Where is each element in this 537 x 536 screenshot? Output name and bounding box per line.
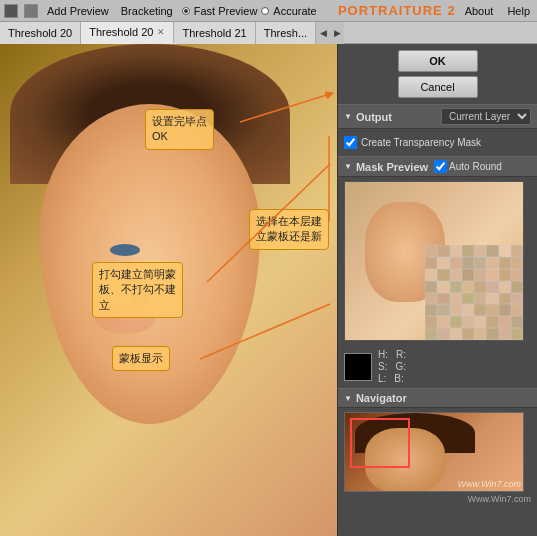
add-preview-button[interactable]: Add Preview (44, 5, 112, 17)
mosaic-cell (462, 281, 474, 293)
watermark-text: Www.Win7.com (344, 494, 531, 504)
panel-buttons: OK Cancel (338, 44, 537, 104)
color-swatch (344, 353, 372, 381)
mosaic-cell (450, 281, 462, 293)
fast-preview-radio[interactable] (182, 7, 190, 15)
tab-thresh-truncated[interactable]: Thresh... (256, 22, 316, 44)
annotation-check-text: 打勾建立简明蒙 板、不打勾不建 立 (99, 268, 176, 311)
help-button[interactable]: Help (504, 5, 533, 17)
mosaic-cell (511, 304, 523, 316)
mosaic-cell (437, 328, 449, 340)
mosaic-cell (425, 245, 437, 257)
mosaic-cell (462, 245, 474, 257)
main-area: 设置完毕点 OK 打勾建立简明蒙 板、不打勾不建 立 蒙板显示 选择在本层建 立… (0, 44, 537, 536)
tab-threshold-21[interactable]: Threshold 21 (174, 22, 255, 44)
mosaic-cell (425, 293, 437, 305)
app-version: 2 (447, 3, 455, 18)
mosaic-cell (499, 293, 511, 305)
watermark: Www.Win7.com (458, 479, 521, 489)
mask-image-content (345, 182, 523, 340)
tab-threshold-20-first[interactable]: Threshold 20 (0, 22, 81, 44)
mosaic-cell (511, 293, 523, 305)
color-h-row: H: R: (378, 349, 406, 360)
mosaic-grid (425, 245, 523, 340)
mosaic-cell (425, 328, 437, 340)
tab-prev-button[interactable]: ◀ (316, 22, 330, 44)
tab-label: Threshold 20 (8, 27, 72, 39)
color-s-row: S: G: (378, 361, 406, 372)
h-label: H: (378, 349, 388, 360)
output-triangle-icon: ▼ (344, 112, 352, 121)
mosaic-cell (474, 269, 486, 281)
mosaic-cell (450, 304, 462, 316)
mosaic-cell (425, 281, 437, 293)
mosaic-cell (437, 316, 449, 328)
mosaic-cell (511, 257, 523, 269)
mosaic-cell (499, 269, 511, 281)
annotation-mask-box: 蒙板显示 (112, 346, 170, 371)
output-section-header: ▼ Output Current Layer (338, 104, 537, 129)
ok-button[interactable]: OK (398, 50, 478, 72)
transparency-mask-row: Create Transparency Mask (344, 136, 531, 149)
app-title: PORTRAITURE 2 (338, 3, 456, 18)
r-label: R: (396, 349, 406, 360)
mosaic-cell (474, 257, 486, 269)
mosaic-cell (486, 245, 498, 257)
mosaic-cell (499, 281, 511, 293)
about-button[interactable]: About (462, 5, 497, 17)
navigator-label: Navigator (356, 392, 407, 404)
mask-preview-section (338, 177, 537, 345)
mosaic-cell (486, 316, 498, 328)
tab-close-icon[interactable]: ✕ (157, 27, 165, 37)
tab-threshold-20-second[interactable]: Threshold 20 ✕ (81, 22, 174, 44)
mosaic-cell (486, 281, 498, 293)
mosaic-cell (511, 269, 523, 281)
annotation-check-box: 打勾建立简明蒙 板、不打勾不建 立 (92, 262, 183, 318)
mosaic-cell (486, 304, 498, 316)
bracketing-button[interactable]: Bracketing (118, 5, 176, 17)
mosaic-cell (499, 257, 511, 269)
color-values: H: R: S: G: L: B: (378, 349, 406, 384)
mosaic-cell (486, 269, 498, 281)
annotation-ok-text: 设置完毕点 OK (152, 115, 207, 142)
color-row: H: R: S: G: L: B: (338, 345, 537, 388)
mosaic-cell (474, 293, 486, 305)
mosaic-cell (511, 281, 523, 293)
mosaic-overlay (425, 245, 523, 340)
fast-preview-group: Fast Preview Accurate (182, 5, 317, 17)
tab-next-button[interactable]: ▶ (330, 22, 344, 44)
transparency-mask-checkbox[interactable] (344, 136, 357, 149)
mosaic-cell (425, 304, 437, 316)
mosaic-cell (511, 245, 523, 257)
output-dropdown[interactable]: Current Layer (441, 108, 531, 125)
mosaic-cell (499, 328, 511, 340)
b-label: B: (394, 373, 403, 384)
mosaic-cell (474, 316, 486, 328)
mosaic-cell (474, 281, 486, 293)
annotation-layer-text: 选择在本层建 立蒙板还是新 (256, 215, 322, 242)
top-toolbar: Add Preview Bracketing Fast Preview Accu… (0, 0, 537, 22)
mosaic-cell (437, 293, 449, 305)
cancel-button[interactable]: Cancel (398, 76, 478, 98)
about-help: About Help (462, 5, 533, 17)
mosaic-cell (425, 257, 437, 269)
mosaic-cell (462, 316, 474, 328)
s-label: S: (378, 361, 387, 372)
mask-preview-image (344, 181, 524, 341)
mosaic-cell (486, 293, 498, 305)
eye-detail (110, 244, 140, 256)
mosaic-cell (437, 269, 449, 281)
mosaic-cell (486, 257, 498, 269)
mosaic-cell (425, 269, 437, 281)
mosaic-cell (462, 328, 474, 340)
accurate-radio[interactable] (261, 7, 269, 15)
mosaic-cell (437, 257, 449, 269)
photo-area: 设置完毕点 OK 打勾建立简明蒙 板、不打勾不建 立 蒙板显示 选择在本层建 立… (0, 44, 337, 536)
l-label: L: (378, 373, 386, 384)
auto-round-checkbox[interactable] (434, 160, 447, 173)
mosaic-cell (474, 304, 486, 316)
transparency-mask-label: Create Transparency Mask (361, 137, 481, 148)
right-panel: OK Cancel ▼ Output Current Layer Create … (337, 44, 537, 536)
mosaic-cell (462, 293, 474, 305)
auto-round-check: Auto Round (434, 160, 502, 173)
